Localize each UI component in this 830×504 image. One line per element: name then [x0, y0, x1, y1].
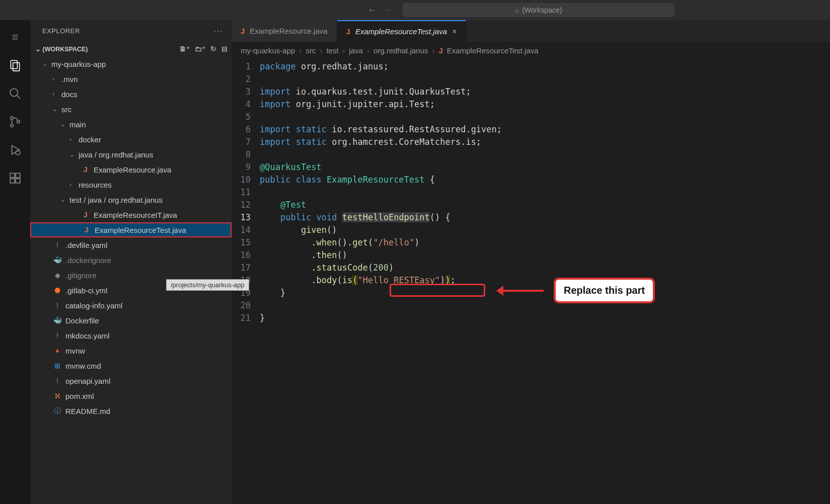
tree-file[interactable]: !.devfile.yaml: [30, 237, 232, 253]
tree-folder[interactable]: my-quarkus-app: [30, 56, 232, 71]
sidebar: EXPLORER ⋯ (WORKSPACE) 🗎⁺ 🗀⁺ ↻ ⊟ my-quar…: [30, 20, 232, 504]
tree-file[interactable]: JExampleResource.java: [30, 162, 232, 177]
tree-file[interactable]: !openapi.yaml: [30, 373, 232, 388]
tree-file[interactable]: ♦mvnw: [30, 343, 232, 358]
yaml-icon: !: [52, 377, 62, 385]
search-panel-icon[interactable]: [8, 87, 22, 101]
svg-rect-12: [16, 173, 20, 178]
svg-point-2: [10, 89, 18, 96]
collapse-icon[interactable]: ⊟: [221, 45, 228, 53]
svg-line-3: [17, 95, 20, 99]
tree-file[interactable]: !catalog-info.yaml: [30, 298, 232, 313]
tree-folder[interactable]: docs: [30, 87, 232, 102]
highlight-annotation: [390, 284, 485, 297]
yaml-icon: !: [52, 331, 62, 340]
file-icon: ♦: [52, 347, 62, 355]
java-icon: J: [81, 165, 91, 174]
java-icon: J: [346, 27, 350, 36]
editor: J ExampleResource.java J ExampleResource…: [232, 20, 830, 504]
extensions-icon[interactable]: [8, 171, 22, 185]
tree-file[interactable]: 🐳.dockerignore: [30, 253, 232, 268]
tab-active[interactable]: J ExampleResourceTest.java ×: [337, 20, 467, 42]
nav-forward-icon[interactable]: →: [384, 5, 393, 16]
docker-icon: 🐳: [52, 316, 62, 324]
svg-rect-9: [10, 173, 15, 178]
workspace-header[interactable]: (WORKSPACE) 🗎⁺ 🗀⁺ ↻ ⊟: [30, 41, 232, 56]
java-icon: J: [241, 27, 245, 35]
svg-point-4: [11, 117, 13, 119]
svg-rect-11: [16, 179, 20, 183]
file-tree: my-quarkus-app .mvn docs src main docker…: [30, 56, 232, 418]
svg-point-5: [11, 124, 13, 127]
svg-rect-1: [13, 63, 20, 71]
callout-annotation: Replace this part: [554, 278, 655, 303]
nav-back-icon[interactable]: ←: [367, 5, 376, 16]
sidebar-title: EXPLORER: [42, 27, 80, 35]
code-content[interactable]: package org.redhat.janus; import io.quar…: [260, 60, 830, 324]
svg-rect-10: [10, 179, 15, 183]
search-input[interactable]: ⌕ (Workspace): [403, 3, 674, 17]
tree-file[interactable]: !mkdocs.yaml: [30, 328, 232, 343]
refresh-icon[interactable]: ↻: [210, 45, 216, 53]
tree-file[interactable]: 🐳Dockerfile: [30, 313, 232, 328]
svg-point-6: [17, 120, 20, 123]
tree-folder[interactable]: src: [30, 102, 232, 117]
editor-tabs: J ExampleResource.java J ExampleResource…: [232, 20, 830, 42]
activity-bar: ≡: [0, 20, 30, 504]
java-icon: J: [81, 211, 91, 219]
breadcrumbs[interactable]: my-quarkus-app› src› test› java› org.red…: [232, 42, 830, 58]
tree-folder[interactable]: docker: [30, 132, 232, 147]
debug-icon[interactable]: [8, 143, 22, 157]
gitlab-icon: ⬣: [52, 286, 62, 294]
xml-icon: ℵ: [52, 392, 62, 400]
docker-icon: 🐳: [52, 256, 62, 264]
java-icon: J: [439, 46, 443, 55]
tree-file[interactable]: ℵpom.xml: [30, 388, 232, 403]
svg-rect-0: [11, 60, 17, 68]
source-control-icon[interactable]: [8, 115, 22, 129]
close-icon[interactable]: ×: [452, 27, 457, 36]
yaml-icon: !: [52, 241, 62, 249]
git-icon: ◆: [52, 271, 62, 279]
tree-file[interactable]: JExampleResourceIT.java: [30, 207, 232, 222]
new-folder-icon[interactable]: 🗀⁺: [195, 45, 205, 53]
tree-folder[interactable]: test / java / org.redhat.janus: [30, 192, 232, 207]
tree-folder[interactable]: main: [30, 117, 232, 132]
tree-folder[interactable]: resources: [30, 177, 232, 192]
search-icon: ⌕: [515, 6, 519, 14]
more-icon[interactable]: ⋯: [213, 25, 223, 36]
arrow-annotation: [498, 290, 544, 292]
menu-icon[interactable]: ≡: [8, 30, 22, 44]
tree-file-selected[interactable]: JExampleResourceTest.java: [30, 222, 232, 237]
tree-file[interactable]: ⊞mvnw.cmd: [30, 358, 232, 373]
tab-inactive[interactable]: J ExampleResource.java: [232, 20, 337, 42]
yaml-icon: !: [52, 301, 62, 309]
java-icon: J: [82, 226, 92, 234]
explorer-icon[interactable]: [8, 58, 22, 72]
windows-icon: ⊞: [52, 362, 62, 370]
titlebar: ← → ⌕ (Workspace): [0, 0, 830, 20]
tree-file[interactable]: ⓘREADME.md: [30, 403, 232, 418]
code-editor[interactable]: 123456789101112131415161718192021 packag…: [232, 58, 830, 324]
tree-folder[interactable]: .mvn: [30, 71, 232, 87]
new-file-icon[interactable]: 🗎⁺: [179, 45, 190, 53]
info-icon: ⓘ: [52, 406, 62, 415]
path-tooltip: /projects/my-quarkus-app: [166, 279, 249, 291]
tree-folder[interactable]: java / org.redhat.janus: [30, 147, 232, 162]
